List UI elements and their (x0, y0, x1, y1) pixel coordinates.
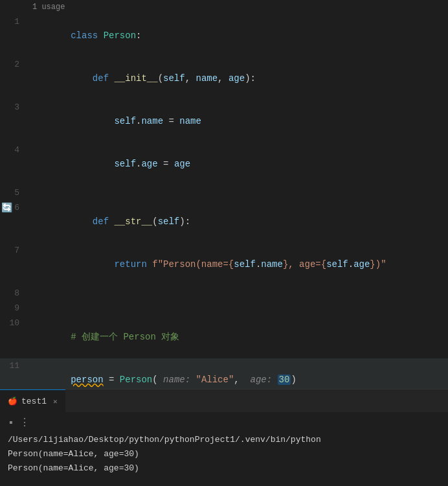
terminal-output-2: Person(name=Alice, age=30) (8, 461, 440, 476)
line-number: 3 (0, 100, 27, 115)
code-container: 1 class Person: 2 def __init__(self, nam… (0, 14, 448, 389)
code-text[interactable]: person = Person( name: "Alice", age: 30) (27, 358, 438, 389)
code-text (27, 301, 438, 315)
terminal-stop-button[interactable]: ▪ (8, 416, 14, 430)
code-text[interactable]: # 创建一个 Person 对象 (27, 316, 438, 358)
code-text[interactable]: self.age = age (27, 143, 438, 185)
code-line: 🔄 6 def __str__(self): (0, 200, 448, 243)
editor-area: 1 usage 1 class Person: 2 def __init__(s… (0, 0, 448, 389)
line-number: 7 (0, 244, 27, 258)
code-line: 2 def __init__(self, name, age): (0, 57, 448, 100)
code-text (27, 286, 438, 300)
line-number: 9 (0, 301, 27, 316)
terminal-tab-icon: 🍎 (8, 397, 17, 406)
line-number: 2 (0, 58, 27, 72)
line-number: 11 (0, 359, 27, 373)
line-number: 1 (0, 15, 27, 29)
code-line: 7 return f"Person(name={self.name}, age=… (0, 243, 448, 286)
code-line: 1 class Person: (0, 14, 448, 57)
terminal-tab-close[interactable]: ✕ (53, 397, 58, 406)
terminal-path: /Users/lijiahao/Desktop/python/pythonPro… (8, 433, 440, 447)
usage-count: 1 usage (32, 3, 65, 12)
code-text[interactable]: def __str__(self): (27, 200, 438, 243)
code-line: 3 self.name = name (0, 100, 448, 143)
terminal-tab-label: test1 (21, 397, 47, 406)
terminal-tab[interactable]: 🍎 test1 ✕ (0, 389, 65, 413)
code-text (27, 185, 438, 200)
terminal-body: ▪ ⋮ /Users/lijiahao/Desktop/python/pytho… (0, 412, 448, 486)
code-text[interactable]: self.name = name (27, 100, 438, 143)
code-line: 11 person = Person( name: "Alice", age: … (0, 358, 448, 389)
line-number: 8 (0, 286, 27, 301)
line-number: 5 (0, 186, 27, 200)
gutter-refresh-icon: 🔄 (1, 201, 12, 215)
line-number: 4 (0, 143, 27, 157)
code-line: 9 (0, 301, 448, 316)
terminal-controls: ▪ ⋮ (8, 416, 440, 430)
code-text[interactable]: return f"Person(name={self.name}, age={s… (27, 243, 438, 286)
code-text[interactable]: class Person: (27, 14, 438, 57)
terminal-menu-button[interactable]: ⋮ (19, 416, 30, 430)
terminal-tabs: 🍎 test1 ✕ (0, 389, 448, 412)
code-text[interactable]: def __init__(self, name, age): (27, 57, 438, 100)
code-line: 5 (0, 185, 448, 200)
code-line: 10 # 创建一个 Person 对象 (0, 316, 448, 358)
terminal-output-1: Person(name=Alice, age=30) (8, 447, 440, 461)
line-number: 10 (0, 316, 27, 330)
code-line: 4 self.age = age (0, 143, 448, 185)
code-line: 8 (0, 286, 448, 301)
line-number: 🔄 6 (0, 201, 27, 215)
usage-bar: 1 usage (0, 0, 448, 14)
